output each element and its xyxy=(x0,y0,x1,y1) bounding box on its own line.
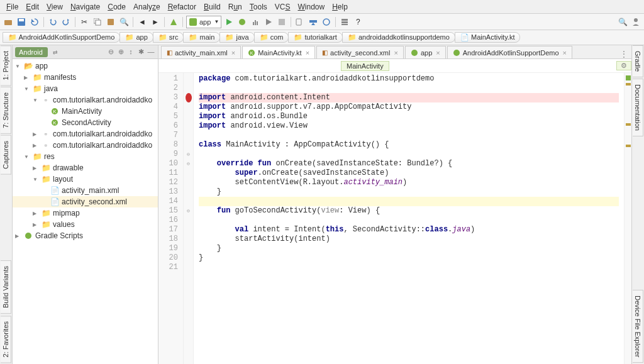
menu-analyze[interactable]: Analyze xyxy=(130,1,164,13)
back-icon[interactable]: ◄ xyxy=(136,16,148,28)
editor-settings-icon[interactable]: ⚙ xyxy=(616,61,631,70)
tree-node[interactable]: KSecondActivity xyxy=(13,117,158,128)
editor-tab[interactable]: app× xyxy=(405,46,446,58)
forward-icon[interactable]: ► xyxy=(150,16,161,28)
bc-tk[interactable]: 📁 tutorialkart xyxy=(288,32,342,43)
tool-favorites[interactable]: 2: Favorites xyxy=(1,316,11,363)
copy-icon[interactable] xyxy=(92,16,103,28)
tool-captures[interactable]: Captures xyxy=(1,135,11,175)
menu-vcs[interactable]: VCS xyxy=(271,1,294,13)
attach-icon[interactable] xyxy=(263,16,274,28)
bc-module[interactable]: 📁 app xyxy=(119,32,153,43)
project-view-tab[interactable]: Android xyxy=(15,47,48,57)
find-icon[interactable]: 🔍 xyxy=(118,16,130,28)
editor-tab[interactable]: KMainActivity.kt× xyxy=(242,46,315,58)
editor-tab[interactable]: ◧activity_second.xml× xyxy=(316,46,404,58)
menu-window[interactable]: Window xyxy=(294,1,328,13)
menu-edit[interactable]: Edit xyxy=(22,1,43,13)
tree-node[interactable]: KMainActivity xyxy=(13,106,158,117)
editor-tab[interactable]: ◧activity_main.xml× xyxy=(161,46,241,58)
sort-icon[interactable]: ↕ xyxy=(126,48,135,56)
bc-pkg[interactable]: 📁 androidaddkotlinsupportdemo xyxy=(342,32,455,43)
code-editor[interactable]: 123456789101112131415161718192021 ⊖⊖⊖ pa… xyxy=(158,73,631,364)
profile-icon[interactable] xyxy=(250,16,261,28)
menu-help[interactable]: Help xyxy=(328,1,352,13)
menu-file[interactable]: File xyxy=(3,1,22,13)
tree-node[interactable]: ▶📁values xyxy=(13,219,158,230)
open-icon[interactable] xyxy=(3,16,14,28)
menu-code[interactable]: Code xyxy=(104,1,130,13)
avd-icon[interactable] xyxy=(294,16,306,28)
close-tab-icon[interactable]: × xyxy=(306,49,309,57)
bc-com[interactable]: 📁 com xyxy=(254,32,289,43)
menu-view[interactable]: View xyxy=(43,1,67,13)
paste-icon[interactable] xyxy=(105,16,116,28)
search-icon[interactable]: 🔍 xyxy=(617,16,628,28)
tool-docs[interactable]: Documentation xyxy=(633,79,643,136)
class-navigation: MainActivity ⚙ xyxy=(158,59,631,73)
help-icon[interactable]: ? xyxy=(352,16,364,28)
tree-node[interactable]: 📄activity_second.xml xyxy=(13,196,158,207)
class-nav-item[interactable]: MainActivity xyxy=(341,61,389,71)
settings-icon[interactable]: ✱ xyxy=(136,48,145,56)
tree-node[interactable]: 📄activity_main.xml xyxy=(13,185,158,196)
run-icon[interactable] xyxy=(223,16,235,28)
project-tree[interactable]: ▼📂app▶📁manifests▼📁java▼▫com.tutorialkart… xyxy=(13,59,158,364)
tool-device-explorer[interactable]: Device File Explorer xyxy=(633,290,643,363)
close-tab-icon[interactable]: × xyxy=(563,49,567,57)
bc-project[interactable]: 📁 AndroidAddKotlinSupportDemo xyxy=(3,32,120,43)
tool-build-variants[interactable]: Build Variants xyxy=(1,260,11,314)
tree-node[interactable]: ▶▫com.tutorialkart.androidaddko xyxy=(13,128,158,140)
sync-gradle-icon[interactable] xyxy=(321,16,332,28)
tree-node[interactable]: ▼📁java xyxy=(13,83,158,94)
svg-text:K: K xyxy=(250,51,253,55)
target-icon[interactable]: ⊕ xyxy=(116,48,125,56)
debug-icon[interactable] xyxy=(236,16,248,28)
tool-project[interactable]: 1: Project xyxy=(1,45,11,85)
tool-structure[interactable]: 7: Structure xyxy=(1,87,11,134)
tree-node[interactable]: ▶▫com.tutorialkart.androidaddko xyxy=(13,140,158,151)
tree-node[interactable]: ▼▫com.tutorialkart.androidaddko xyxy=(13,94,158,106)
bc-main[interactable]: 📁 main xyxy=(183,32,220,43)
run-config-label: app xyxy=(199,18,211,26)
menu-tools[interactable]: Tools xyxy=(246,1,271,13)
tree-node[interactable]: ▼📁res xyxy=(13,151,158,162)
menu-refactor[interactable]: Refactor xyxy=(164,1,200,13)
bc-java[interactable]: 📁 java xyxy=(219,32,254,43)
close-tab-icon[interactable]: × xyxy=(436,49,440,57)
tool-gradle[interactable]: Gradle xyxy=(633,45,643,77)
save-icon[interactable] xyxy=(16,16,27,28)
bc-file[interactable]: 📄 MainActivity.kt xyxy=(455,32,521,43)
collapse-icon[interactable]: ⊖ xyxy=(106,48,115,56)
close-tab-icon[interactable]: × xyxy=(231,49,235,57)
error-stripe[interactable] xyxy=(624,73,631,364)
stop-icon[interactable] xyxy=(276,16,287,28)
bc-src[interactable]: 📁 src xyxy=(153,32,184,43)
tree-node[interactable]: ▶📁mipmap xyxy=(13,207,158,219)
hide-icon[interactable]: ― xyxy=(147,48,155,56)
menu-navigate[interactable]: Navigate xyxy=(67,1,104,13)
tab-overflow-icon[interactable]: ⋮ xyxy=(616,50,631,58)
sdk-icon[interactable] xyxy=(308,16,319,28)
structure-icon[interactable] xyxy=(339,16,350,28)
menu-build[interactable]: Build xyxy=(200,1,225,13)
make-icon[interactable] xyxy=(168,16,179,28)
tree-node[interactable]: ▶📁manifests xyxy=(13,72,158,83)
undo-icon[interactable] xyxy=(47,16,58,28)
menu-run[interactable]: Run xyxy=(225,1,246,13)
tree-node[interactable]: ▼📂app xyxy=(13,60,158,72)
person-icon[interactable] xyxy=(630,16,641,28)
run-config-select[interactable]: app ▼ xyxy=(186,16,221,28)
code-content[interactable]: package com.tutorialkart.androidaddkotli… xyxy=(194,73,624,364)
redo-icon[interactable] xyxy=(60,16,72,28)
tree-node[interactable]: ▶📁drawable xyxy=(13,162,158,174)
cut-icon[interactable]: ✂ xyxy=(79,16,90,28)
close-tab-icon[interactable]: × xyxy=(394,49,397,57)
tree-node[interactable]: ▶Gradle Scripts xyxy=(13,230,158,241)
sync-icon[interactable] xyxy=(29,16,40,28)
chevron-icon[interactable]: ⇄ xyxy=(53,49,58,55)
breakpoint-icon[interactable] xyxy=(186,93,192,102)
editor-tab[interactable]: AndroidAddKotlinSupportDemo× xyxy=(447,46,572,58)
svg-rect-17 xyxy=(341,24,348,25)
tree-node[interactable]: ▼📁layout xyxy=(13,174,158,185)
